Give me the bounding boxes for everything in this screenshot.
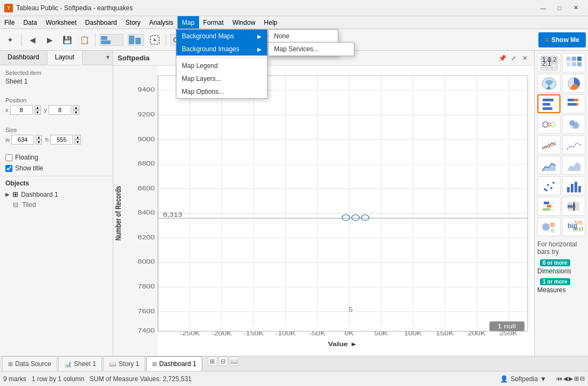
menu-bg-images[interactable]: Background Images ▶ (176, 43, 267, 56)
dropdown-overlay[interactable]: Background Maps ▶ Background Images ▶ Ma… (0, 0, 588, 386)
menu-map-options[interactable]: Map Options... (176, 85, 267, 98)
submenu-map-services[interactable]: Map Services... (269, 43, 354, 56)
submenu-none[interactable]: None (269, 30, 338, 43)
map-menu: Background Maps ▶ Background Images ▶ Ma… (176, 29, 268, 99)
submenu-bg-images: Map Services... (268, 42, 354, 56)
menu-map-layers[interactable]: Map Layers... (176, 72, 267, 85)
menu-map-legend[interactable]: Map Legend (176, 59, 267, 72)
menu-bg-maps[interactable]: Background Maps ▶ (176, 30, 267, 43)
menu-sep1 (176, 57, 267, 58)
